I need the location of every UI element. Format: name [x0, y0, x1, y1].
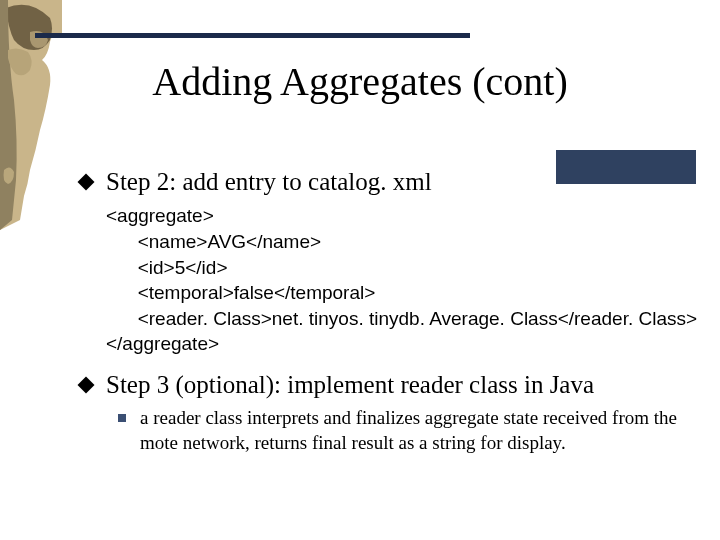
body-content: Step 2: add entry to catalog. xml <aggre…: [80, 166, 700, 456]
step3-subtext: a reader class interprets and finalizes …: [140, 406, 685, 455]
square-bullet-icon: [118, 414, 126, 422]
step3-bullet: Step 3 (optional): implement reader clas…: [80, 369, 700, 400]
diamond-bullet-icon: [78, 377, 95, 394]
title-rule: [35, 33, 470, 38]
step2-label: Step 2: add entry to catalog. xml: [106, 166, 432, 197]
step2-bullet: Step 2: add entry to catalog. xml: [80, 166, 700, 197]
diamond-bullet-icon: [78, 174, 95, 191]
xml-code-block: <aggregate> <name>AVG</name> <id>5</id> …: [106, 203, 700, 357]
slide-title: Adding Aggregates (cont): [0, 58, 720, 105]
step3-label: Step 3 (optional): implement reader clas…: [106, 369, 594, 400]
step3-subpoint: a reader class interprets and finalizes …: [118, 406, 700, 455]
